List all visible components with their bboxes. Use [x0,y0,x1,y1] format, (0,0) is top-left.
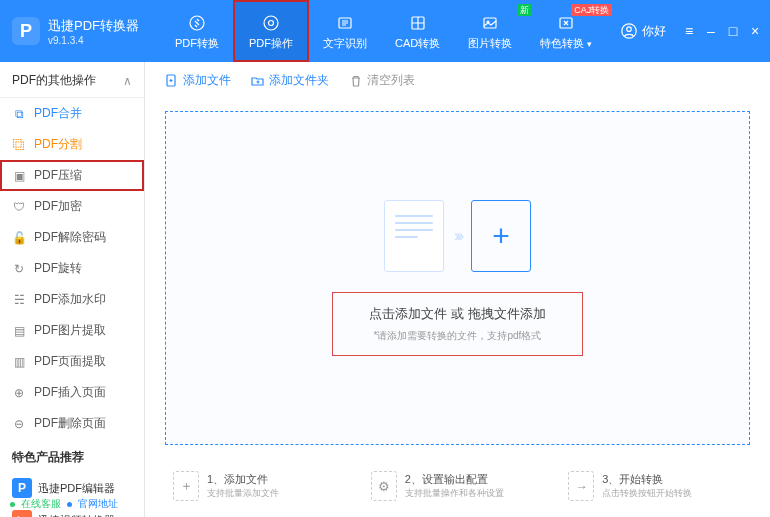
app-version: v9.1.3.4 [48,35,139,46]
convert-icon [186,12,208,34]
watermark-icon: ☵ [12,293,26,307]
official-site-link[interactable]: 官网地址 [78,497,118,511]
drop-area[interactable]: ››› + 点击添加文件 或 拖拽文件添加 *请添加需要转换的文件，支持pdf格… [165,111,750,445]
compress-icon: ▣ [12,169,26,183]
sidebar-pdf-merge[interactable]: ⧉PDF合并 [0,98,144,129]
step-convert-icon: → [568,471,594,501]
sidebar: PDF的其他操作 ∧ ⧉PDF合并 ⿻PDF分割 ▣PDF压缩 🛡PDF加密 🔓… [0,62,145,517]
drop-main-text: 点击添加文件 或 拖拽文件添加 [369,305,545,323]
page-delete-icon: ⊖ [12,417,26,431]
merge-icon: ⧉ [12,107,26,121]
main-content: 添加文件 添加文件夹 清空列表 ››› + 点击添加文件 或 拖拽文件添加 [145,62,770,517]
add-file-icon [165,74,179,88]
drop-text-box: 点击添加文件 或 拖拽文件添加 *请添加需要转换的文件，支持pdf格式 [332,292,582,356]
drop-graphic: ››› + [384,200,531,272]
customer-service-link[interactable]: 在线客服 [21,497,61,511]
shield-icon: 🛡 [12,200,26,214]
sidebar-pdf-extract-page[interactable]: ▥PDF页面提取 [0,346,144,377]
sidebar-pdf-encrypt[interactable]: 🛡PDF加密 [0,191,144,222]
nav-ocr[interactable]: 文字识别 [309,0,381,62]
chevron-up-icon: ∧ [123,74,132,88]
step-1: ＋ 1、添加文件支持批量添加文件 [173,471,347,501]
steps: ＋ 1、添加文件支持批量添加文件 ⚙ 2、设置输出配置支持批量操作和各种设置 →… [145,457,770,517]
image-extract-icon: ▤ [12,324,26,338]
maximize-button[interactable]: □ [726,23,740,39]
minimize-button[interactable]: – [704,23,718,39]
add-file-button[interactable]: 添加文件 [165,72,231,89]
split-icon: ⿻ [12,138,26,152]
close-button[interactable]: × [748,23,762,39]
logo-area: P 迅捷PDF转换器 v9.1.3.4 [0,17,151,46]
document-icon [384,200,444,272]
status-dot-icon [67,502,72,507]
svg-point-1 [264,16,278,30]
nav-pdf-operate[interactable]: PDF操作 [233,0,309,62]
step-add-icon: ＋ [173,471,199,501]
user-area[interactable]: 你好 [620,22,666,40]
svg-point-2 [269,20,274,25]
clear-list-button[interactable]: 清空列表 [349,72,415,89]
header: P 迅捷PDF转换器 v9.1.3.4 PDF转换 PDF操作 文字识别 CAD… [0,0,770,62]
sidebar-pdf-extract-image[interactable]: ▤PDF图片提取 [0,315,144,346]
step-2: ⚙ 2、设置输出配置支持批量操作和各种设置 [371,471,545,501]
sidebar-group-title[interactable]: PDF的其他操作 ∧ [0,62,144,98]
add-folder-icon [251,74,265,88]
add-document-icon: + [471,200,531,272]
pdf-editor-icon: P [12,478,32,498]
sidebar-pdf-compress[interactable]: ▣PDF压缩 [0,160,144,191]
cad-icon [407,12,429,34]
menu-button[interactable]: ≡ [682,23,696,39]
user-greeting: 你好 [642,23,666,40]
svg-point-9 [627,27,632,32]
sidebar-pdf-delete-page[interactable]: ⊖PDF删除页面 [0,408,144,439]
nav-special[interactable]: CAJ转换 特色转换 ▾ [526,0,606,62]
status-dot-icon [10,502,15,507]
video-icon: ▶ [12,510,32,517]
toolbar: 添加文件 添加文件夹 清空列表 [145,62,770,99]
sidebar-list: ⧉PDF合并 ⿻PDF分割 ▣PDF压缩 🛡PDF加密 🔓PDF解除密码 ↻PD… [0,98,144,439]
unlock-icon: 🔓 [12,231,26,245]
sidebar-pdf-watermark[interactable]: ☵PDF添加水印 [0,284,144,315]
add-folder-button[interactable]: 添加文件夹 [251,72,329,89]
arrow-right-icon: ››› [454,227,461,245]
app-name: 迅捷PDF转换器 [48,17,139,35]
nav-cad[interactable]: CAD转换 [381,0,454,62]
sidebar-pdf-insert-page[interactable]: ⊕PDF插入页面 [0,377,144,408]
operate-icon [260,12,282,34]
ocr-icon [334,12,356,34]
main-nav: PDF转换 PDF操作 文字识别 CAD转换 新 图片转换 CAJ转换 特色转换… [161,0,606,62]
image-icon [479,12,501,34]
page-insert-icon: ⊕ [12,386,26,400]
sidebar-pdf-rotate[interactable]: ↻PDF旋转 [0,253,144,284]
sidebar-pdf-unlock[interactable]: 🔓PDF解除密码 [0,222,144,253]
trash-icon [349,74,363,88]
footer-links: 在线客服 官网地址 [10,497,118,511]
step-settings-icon: ⚙ [371,471,397,501]
header-right: 你好 ≡ – □ × [620,0,762,62]
products-title: 特色产品推荐 [0,439,144,472]
nav-image[interactable]: 新 图片转换 [454,0,526,62]
app-logo-icon: P [12,17,40,45]
page-extract-icon: ▥ [12,355,26,369]
sidebar-pdf-split[interactable]: ⿻PDF分割 [0,129,144,160]
chevron-down-icon: ▾ [587,39,592,49]
window-controls: ≡ – □ × [682,23,762,39]
step-3: → 3、开始转换点击转换按钮开始转换 [568,471,742,501]
nav-pdf-convert[interactable]: PDF转换 [161,0,233,62]
caj-badge: CAJ转换 [571,4,612,16]
user-icon [620,22,638,40]
rotate-icon: ↻ [12,262,26,276]
drop-sub-text: *请添加需要转换的文件，支持pdf格式 [369,329,545,343]
